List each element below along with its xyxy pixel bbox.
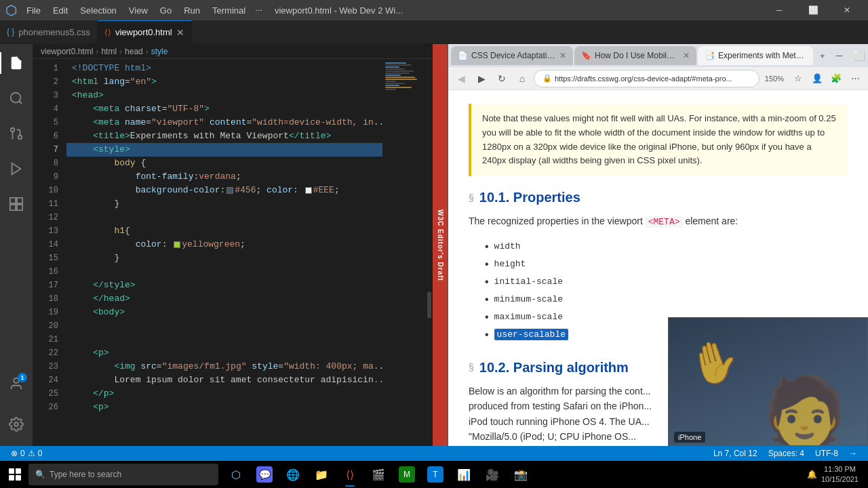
taskbar-app-viewport[interactable]: ⟨⟩	[336, 461, 363, 488]
start-button[interactable]	[3, 462, 27, 487]
browser-tab-css[interactable]: 📄 CSS Device Adaptation Modu... ✕	[451, 46, 573, 65]
windows-icon	[9, 468, 21, 481]
menu-terminal[interactable]: Terminal	[207, 3, 251, 18]
howto-tab-favicon: 🔖	[581, 51, 591, 60]
maximize-button[interactable]: ⬜	[797, 0, 829, 20]
taskbar-app-more1[interactable]: M	[393, 461, 420, 488]
search-magnifier-icon: 🔍	[35, 470, 45, 479]
extensions-icon[interactable]	[0, 188, 33, 220]
bookmark-icon[interactable]: ☆	[789, 70, 807, 87]
taskbar: 🔍 Type here to search ⬡ 💬 🌐 📁 ⟨⟩ 🎬 M T 📊	[0, 461, 868, 488]
css-tab-close[interactable]: ✕	[559, 51, 566, 60]
section-10-2-anchor[interactable]: §	[469, 362, 474, 373]
taskbar-app-vscode[interactable]: ⬡	[222, 461, 250, 488]
code-content[interactable]: <!DOCTYPE html> <html lang="en"> <head> …	[66, 59, 382, 446]
code-line-20	[66, 319, 382, 333]
browser-tab-experiments[interactable]: 📑 Experiments with Meta Viewport	[698, 46, 813, 65]
breadcrumb-head[interactable]: head	[125, 47, 143, 56]
prop-initial-scale: initial-scale	[485, 273, 848, 291]
browser-restore-button[interactable]: ⬜	[850, 49, 868, 62]
profile-icon[interactable]: 👤	[808, 70, 826, 87]
taskbar-app-techsmith[interactable]: 🎬	[365, 461, 392, 488]
svg-line-1	[19, 101, 22, 104]
settings-icon[interactable]	[0, 408, 33, 441]
taskbar-app-more5[interactable]: 📸	[507, 461, 534, 488]
activity-bar	[0, 44, 33, 446]
status-position[interactable]: Ln 7, Col 12	[708, 449, 763, 458]
error-count: 0	[20, 449, 25, 458]
code-line-18: </head>	[66, 292, 382, 306]
tab-close-button[interactable]: ✕	[176, 27, 184, 38]
accounts-icon[interactable]	[0, 367, 33, 400]
code-line-13: h1 {	[66, 224, 382, 238]
taskbar-app-more2[interactable]: T	[422, 461, 449, 488]
menu-file[interactable]: File	[21, 3, 46, 18]
explorer-icon[interactable]	[0, 47, 33, 79]
menu-edit[interactable]: Edit	[47, 3, 73, 18]
extensions-browser-icon[interactable]: 🧩	[827, 70, 845, 87]
scrollbar[interactable]	[423, 59, 433, 446]
browser-toolbar-icons: ☆ 👤 🧩 ⋯	[789, 70, 864, 87]
app-icon-4: 🎥	[484, 466, 500, 483]
home-button[interactable]: ⌂	[513, 70, 531, 87]
howto-tab-close[interactable]: ✕	[683, 51, 690, 60]
back-button[interactable]: ◀	[452, 70, 470, 87]
breadcrumb-style[interactable]: style	[151, 47, 168, 56]
line-num-18: 18	[33, 292, 66, 306]
menu-selection[interactable]: Selection	[75, 3, 121, 18]
section-anchor[interactable]: §	[469, 192, 474, 203]
browser-settings-icon[interactable]: ⋯	[846, 70, 864, 87]
status-arrow[interactable]: →	[844, 449, 863, 458]
line-num-9: 9	[33, 170, 66, 184]
forward-button[interactable]: ▶	[473, 70, 490, 87]
svg-rect-7	[17, 198, 22, 203]
url-bar[interactable]: 🔒 https://drafts.csswg.org/css-device-ad…	[534, 70, 760, 87]
taskbar-app-more3[interactable]: 📊	[450, 461, 477, 488]
browser-window-controls: ─ ⬜ ✕	[832, 49, 868, 62]
status-encoding[interactable]: UTF-8	[810, 449, 844, 458]
close-button[interactable]: ✕	[831, 0, 863, 20]
status-spaces[interactable]: Spaces: 4	[763, 449, 810, 458]
search-icon[interactable]	[0, 82, 33, 115]
code-line-26: <p>	[66, 401, 382, 414]
refresh-button[interactable]: ↻	[493, 70, 511, 87]
code-editor[interactable]: 1 2 3 4 5 6 7 8 9 10 11 12 13 14 15 16 1…	[33, 59, 433, 446]
menu-run[interactable]: Run	[178, 3, 205, 18]
taskbar-notification-icon[interactable]: 🔔	[807, 470, 817, 479]
minimize-button[interactable]: ─	[764, 0, 795, 20]
status-errors[interactable]: ⊗ 0 ⚠ 0	[5, 449, 47, 458]
browser-minimize-button[interactable]: ─	[832, 49, 847, 62]
menu-go[interactable]: Go	[155, 3, 177, 18]
breadcrumb-html[interactable]: html	[101, 47, 117, 56]
line-num-21: 21	[33, 333, 66, 346]
channel-icon: 💬	[256, 466, 273, 483]
line-num-2: 2	[33, 75, 66, 89]
app-icon-3: 📊	[456, 466, 472, 483]
line-num-15: 15	[33, 251, 66, 265]
menu-more[interactable]: ...	[255, 3, 262, 18]
code-line-4: <meta charset="UTF-8">	[66, 102, 382, 116]
tab-phonemenus[interactable]: { } phonemenus5.css	[0, 20, 98, 43]
taskbar-app-more4[interactable]: 🎥	[479, 461, 506, 488]
line-num-10: 10	[33, 184, 66, 197]
taskbar-app-channel[interactable]: 💬	[251, 461, 278, 488]
new-tab-button[interactable]: +	[814, 48, 831, 64]
taskbar-apps: ⬡ 💬 🌐 📁 ⟨⟩ 🎬 M T 📊 🎥 📸	[222, 461, 534, 488]
git-icon[interactable]	[0, 117, 33, 150]
tab-viewport[interactable]: ⟨⟩ viewport0.html ✕	[98, 20, 192, 43]
css-tab-title: CSS Device Adaptation Modu...	[471, 51, 555, 60]
svg-point-3	[11, 128, 15, 132]
debug-icon[interactable]	[0, 152, 33, 185]
note-box: Note that these values might not fit wel…	[469, 104, 848, 176]
browser-content[interactable]: Note that these values might not fit wel…	[448, 90, 868, 446]
taskbar-app-explorer[interactable]: 📁	[308, 461, 335, 488]
code-line-21	[66, 333, 382, 346]
browser-tab-howto[interactable]: 🔖 How Do I Use Mobile Viewpor... ✕	[574, 46, 696, 65]
taskbar-app-edge[interactable]: 🌐	[279, 461, 307, 488]
explorer-taskbar-icon: 📁	[313, 466, 330, 483]
scroll-thumb[interactable]	[427, 291, 431, 319]
breadcrumb-file[interactable]: viewport0.html	[41, 47, 93, 56]
taskbar-search[interactable]: 🔍 Type here to search	[28, 464, 218, 485]
code-line-9: font-family: verdana;	[66, 170, 382, 184]
menu-view[interactable]: View	[123, 3, 153, 18]
